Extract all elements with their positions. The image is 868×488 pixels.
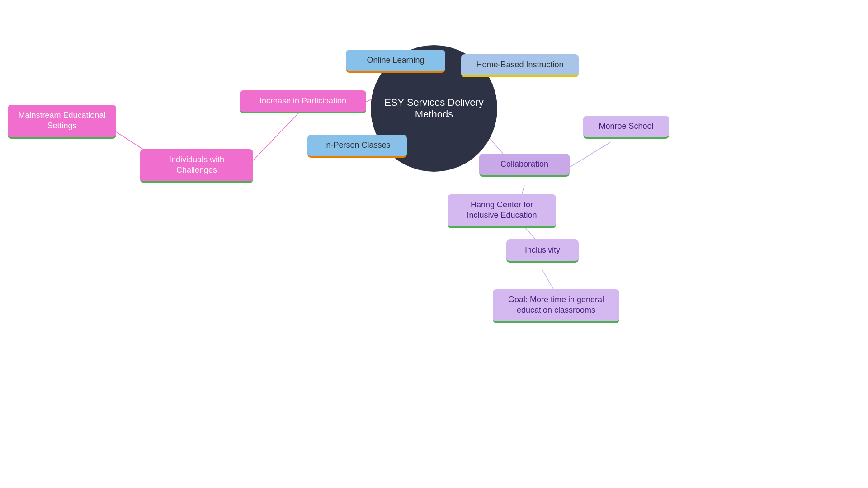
node-mainstream[interactable]: Mainstream Educational Settings — [8, 105, 116, 139]
node-collaboration[interactable]: Collaboration — [479, 154, 570, 177]
node-individuals-label: Individuals with Challenges — [148, 155, 245, 176]
node-inclusivity[interactable]: Inclusivity — [506, 239, 579, 263]
node-goal[interactable]: Goal: More time in general education cla… — [493, 289, 619, 323]
node-haring-label: Haring Center for Inclusive Education — [456, 200, 548, 221]
node-inclusivity-label: Inclusivity — [525, 245, 560, 255]
node-inperson[interactable]: In-Person Classes — [307, 135, 407, 158]
center-label: ESY Services Delivery Methods — [371, 97, 497, 120]
node-online-label: Online Learning — [367, 55, 424, 66]
node-individuals[interactable]: Individuals with Challenges — [140, 149, 253, 183]
svg-line-5 — [253, 108, 303, 160]
node-goal-label: Goal: More time in general education cla… — [501, 295, 611, 316]
node-increase-label: Increase in Participation — [259, 96, 346, 106]
svg-line-7 — [570, 142, 610, 167]
node-increase[interactable]: Increase in Participation — [240, 90, 366, 113]
node-inperson-label: In-Person Classes — [324, 140, 390, 150]
node-monroe[interactable]: Monroe School — [583, 116, 669, 139]
node-haring[interactable]: Haring Center for Inclusive Education — [448, 194, 556, 228]
node-home[interactable]: Home-Based Instruction — [461, 54, 579, 77]
node-collaboration-label: Collaboration — [500, 159, 548, 169]
node-online[interactable]: Online Learning — [346, 50, 445, 73]
node-mainstream-label: Mainstream Educational Settings — [16, 110, 108, 131]
node-home-label: Home-Based Instruction — [476, 60, 563, 70]
node-monroe-label: Monroe School — [599, 121, 653, 131]
